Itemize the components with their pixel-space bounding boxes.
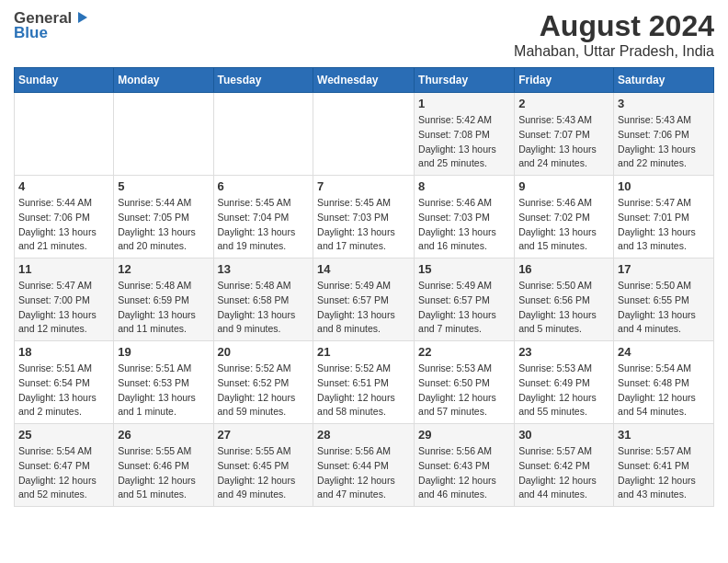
calendar-cell: 1Sunrise: 5:42 AM Sunset: 7:08 PM Daylig… <box>415 93 515 176</box>
calendar-header: SundayMondayTuesdayWednesdayThursdayFrid… <box>15 68 714 93</box>
calendar-cell <box>15 93 114 176</box>
day-number: 7 <box>317 179 410 193</box>
title-block: August 2024 Mahaban, Uttar Pradesh, Indi… <box>514 9 714 60</box>
day-info: Sunrise: 5:55 AM Sunset: 6:46 PM Dayligh… <box>118 444 209 502</box>
day-info: Sunrise: 5:45 AM Sunset: 7:03 PM Dayligh… <box>317 196 410 254</box>
calendar-cell: 5Sunrise: 5:44 AM Sunset: 7:05 PM Daylig… <box>114 176 213 259</box>
calendar-cell: 12Sunrise: 5:48 AM Sunset: 6:59 PM Dayli… <box>114 259 213 341</box>
day-number: 5 <box>118 179 209 193</box>
day-info: Sunrise: 5:43 AM Sunset: 7:07 PM Dayligh… <box>518 113 609 171</box>
day-number: 4 <box>18 179 109 193</box>
day-number: 6 <box>218 179 310 193</box>
calendar-week-3: 11Sunrise: 5:47 AM Sunset: 7:00 PM Dayli… <box>15 259 714 341</box>
day-number: 15 <box>418 262 510 276</box>
day-info: Sunrise: 5:56 AM Sunset: 6:43 PM Dayligh… <box>418 444 510 502</box>
page-title: August 2024 <box>514 9 714 43</box>
calendar-cell: 23Sunrise: 5:53 AM Sunset: 6:49 PM Dayli… <box>515 341 614 424</box>
calendar-cell: 31Sunrise: 5:57 AM Sunset: 6:41 PM Dayli… <box>614 424 714 507</box>
day-info: Sunrise: 5:51 AM Sunset: 6:53 PM Dayligh… <box>118 362 209 419</box>
day-number: 21 <box>317 345 410 359</box>
header-cell-friday: Friday <box>515 68 614 93</box>
calendar-cell: 16Sunrise: 5:50 AM Sunset: 6:56 PM Dayli… <box>515 259 614 341</box>
day-number: 1 <box>418 97 510 110</box>
day-number: 13 <box>218 262 310 276</box>
day-number: 16 <box>518 262 609 276</box>
header-cell-saturday: Saturday <box>614 68 714 93</box>
day-info: Sunrise: 5:48 AM Sunset: 6:59 PM Dayligh… <box>118 279 209 337</box>
day-info: Sunrise: 5:56 AM Sunset: 6:44 PM Dayligh… <box>317 444 410 502</box>
day-number: 19 <box>118 345 209 359</box>
calendar-week-4: 18Sunrise: 5:51 AM Sunset: 6:54 PM Dayli… <box>15 341 714 424</box>
day-number: 31 <box>618 428 710 442</box>
day-number: 22 <box>418 345 510 359</box>
day-info: Sunrise: 5:57 AM Sunset: 6:42 PM Dayligh… <box>518 444 609 502</box>
day-number: 20 <box>218 345 310 359</box>
calendar-cell: 22Sunrise: 5:53 AM Sunset: 6:50 PM Dayli… <box>415 341 515 424</box>
day-info: Sunrise: 5:54 AM Sunset: 6:47 PM Dayligh… <box>18 444 109 502</box>
calendar-cell: 11Sunrise: 5:47 AM Sunset: 7:00 PM Dayli… <box>15 259 114 341</box>
header-cell-thursday: Thursday <box>415 68 515 93</box>
day-info: Sunrise: 5:50 AM Sunset: 6:55 PM Dayligh… <box>618 279 710 337</box>
calendar-cell: 28Sunrise: 5:56 AM Sunset: 6:44 PM Dayli… <box>313 424 415 507</box>
day-number: 12 <box>118 262 209 276</box>
calendar-table: SundayMondayTuesdayWednesdayThursdayFrid… <box>14 67 714 507</box>
logo-blue-text: Blue <box>14 24 48 42</box>
header-cell-tuesday: Tuesday <box>213 68 313 93</box>
day-number: 30 <box>518 428 609 442</box>
day-number: 28 <box>317 428 410 442</box>
calendar-cell: 25Sunrise: 5:54 AM Sunset: 6:47 PM Dayli… <box>15 424 114 507</box>
page-header: General Blue August 2024 Mahaban, Uttar … <box>14 9 714 60</box>
day-info: Sunrise: 5:47 AM Sunset: 7:00 PM Dayligh… <box>18 279 109 337</box>
calendar-cell: 15Sunrise: 5:49 AM Sunset: 6:57 PM Dayli… <box>415 259 515 341</box>
calendar-body: 1Sunrise: 5:42 AM Sunset: 7:08 PM Daylig… <box>15 93 714 507</box>
logo: General Blue <box>14 9 89 42</box>
day-info: Sunrise: 5:51 AM Sunset: 6:54 PM Dayligh… <box>18 362 109 419</box>
day-number: 23 <box>518 345 609 359</box>
day-number: 27 <box>218 428 310 442</box>
day-number: 9 <box>518 179 609 193</box>
day-number: 29 <box>418 428 510 442</box>
day-info: Sunrise: 5:46 AM Sunset: 7:03 PM Dayligh… <box>418 196 510 254</box>
header-cell-monday: Monday <box>114 68 213 93</box>
calendar-cell: 6Sunrise: 5:45 AM Sunset: 7:04 PM Daylig… <box>213 176 313 259</box>
calendar-week-2: 4Sunrise: 5:44 AM Sunset: 7:06 PM Daylig… <box>15 176 714 259</box>
day-number: 18 <box>18 345 109 359</box>
calendar-cell: 30Sunrise: 5:57 AM Sunset: 6:42 PM Dayli… <box>515 424 614 507</box>
day-info: Sunrise: 5:50 AM Sunset: 6:56 PM Dayligh… <box>518 279 609 337</box>
day-info: Sunrise: 5:47 AM Sunset: 7:01 PM Dayligh… <box>618 196 710 254</box>
header-row: SundayMondayTuesdayWednesdayThursdayFrid… <box>15 68 714 93</box>
calendar-cell: 2Sunrise: 5:43 AM Sunset: 7:07 PM Daylig… <box>515 93 614 176</box>
calendar-cell: 29Sunrise: 5:56 AM Sunset: 6:43 PM Dayli… <box>415 424 515 507</box>
day-number: 2 <box>518 97 609 110</box>
day-number: 26 <box>118 428 209 442</box>
calendar-cell: 3Sunrise: 5:43 AM Sunset: 7:06 PM Daylig… <box>614 93 714 176</box>
day-info: Sunrise: 5:46 AM Sunset: 7:02 PM Dayligh… <box>518 196 609 254</box>
calendar-cell: 20Sunrise: 5:52 AM Sunset: 6:52 PM Dayli… <box>213 341 313 424</box>
day-info: Sunrise: 5:48 AM Sunset: 6:58 PM Dayligh… <box>218 279 310 337</box>
calendar-cell: 9Sunrise: 5:46 AM Sunset: 7:02 PM Daylig… <box>515 176 614 259</box>
day-info: Sunrise: 5:52 AM Sunset: 6:52 PM Dayligh… <box>218 362 310 419</box>
calendar-cell: 26Sunrise: 5:55 AM Sunset: 6:46 PM Dayli… <box>114 424 213 507</box>
day-info: Sunrise: 5:57 AM Sunset: 6:41 PM Dayligh… <box>618 444 710 502</box>
calendar-cell: 18Sunrise: 5:51 AM Sunset: 6:54 PM Dayli… <box>15 341 114 424</box>
day-info: Sunrise: 5:49 AM Sunset: 6:57 PM Dayligh… <box>317 279 410 337</box>
calendar-cell: 13Sunrise: 5:48 AM Sunset: 6:58 PM Dayli… <box>213 259 313 341</box>
calendar-cell: 7Sunrise: 5:45 AM Sunset: 7:03 PM Daylig… <box>313 176 415 259</box>
day-info: Sunrise: 5:53 AM Sunset: 6:49 PM Dayligh… <box>518 362 609 419</box>
calendar-cell: 21Sunrise: 5:52 AM Sunset: 6:51 PM Dayli… <box>313 341 415 424</box>
page-subtitle: Mahaban, Uttar Pradesh, India <box>514 43 714 60</box>
calendar-cell <box>213 93 313 176</box>
day-info: Sunrise: 5:55 AM Sunset: 6:45 PM Dayligh… <box>218 444 310 502</box>
day-info: Sunrise: 5:44 AM Sunset: 7:05 PM Dayligh… <box>118 196 209 254</box>
calendar-cell: 17Sunrise: 5:50 AM Sunset: 6:55 PM Dayli… <box>614 259 714 341</box>
day-info: Sunrise: 5:45 AM Sunset: 7:04 PM Dayligh… <box>218 196 310 254</box>
day-info: Sunrise: 5:52 AM Sunset: 6:51 PM Dayligh… <box>317 362 410 419</box>
calendar-cell: 14Sunrise: 5:49 AM Sunset: 6:57 PM Dayli… <box>313 259 415 341</box>
calendar-cell: 8Sunrise: 5:46 AM Sunset: 7:03 PM Daylig… <box>415 176 515 259</box>
header-cell-wednesday: Wednesday <box>313 68 415 93</box>
svg-marker-0 <box>78 12 87 23</box>
day-number: 14 <box>317 262 410 276</box>
calendar-cell: 24Sunrise: 5:54 AM Sunset: 6:48 PM Dayli… <box>614 341 714 424</box>
header-cell-sunday: Sunday <box>15 68 114 93</box>
day-info: Sunrise: 5:49 AM Sunset: 6:57 PM Dayligh… <box>418 279 510 337</box>
